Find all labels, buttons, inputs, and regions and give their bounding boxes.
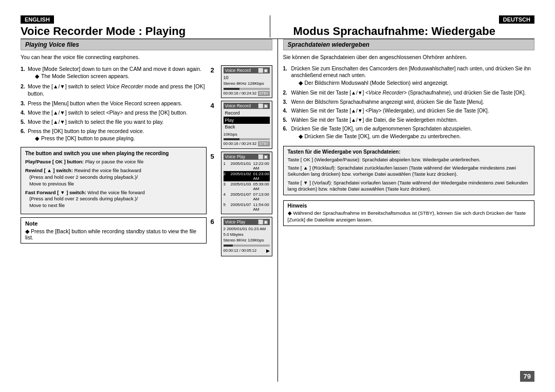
tasten-row-1: Taste [ OK ] (Wiedergabe/Pause): Sprachd…: [288, 157, 530, 163]
de-step-1: 1. Drücken Sie zum Einschalten des Camco…: [283, 65, 535, 87]
hinweis-box: Hinweis ◆ Während der Sprachaufnahme im …: [283, 200, 535, 226]
screen-2: Voice Record ⬜▣ 10 Stereo 8KHz 128Kbps 0…: [221, 65, 272, 98]
tasten-row-2: Taste [ ▲ ] (Rücklauf): Sprachdatei zurü…: [288, 165, 530, 178]
file-row-3: 32005/01/0305:39:00 AM: [224, 181, 270, 192]
de-step-5: 5. Wählen Sie mit der Taste [▲/▼] die Da…: [283, 117, 535, 124]
page-title-left: Voice Recorder Mode : Playing: [21, 25, 262, 38]
step-5: 5. Move the [▲/▼] switch to select the f…: [21, 118, 207, 125]
note-title: Note: [25, 220, 202, 227]
file-row-5: 52005/01/0711:54:00 AM: [224, 202, 270, 212]
screen-6-num: 6: [211, 218, 218, 226]
right-section-desc: Sie können die Sprachdateien über den an…: [283, 53, 535, 61]
step-2: 2. Move the [▲/▼] switch to select Voice…: [21, 83, 207, 97]
de-step-6: 6. Drücken Sie die Taste [OK], um die au…: [283, 125, 535, 141]
step-3: 3. Press the [Menu] button when the Voic…: [21, 100, 207, 107]
left-section-header: Playing Voice files: [21, 39, 272, 50]
file-row-1: 12005/01/0112:22:00 AM: [224, 161, 270, 171]
page-number: 79: [520, 371, 534, 382]
page-title-right: Modus Sprachaufnahme: Wiedergabe: [293, 25, 535, 38]
screen-2-row: 2 Voice Record ⬜▣ 10 Stereo 8KHz 128Kbps: [211, 65, 272, 98]
note-box: Note ◆ Press the [Back] button while rec…: [21, 217, 207, 244]
step-1: 1. Move [Mode Selector] down to turn on …: [21, 65, 207, 81]
deutsch-badge: DEUTSCH: [499, 15, 534, 24]
screen-5-num: 5: [211, 153, 218, 160]
screen-5-row: 5 Voice Play ⬜▣ 12005/01/0112:22:00 AM: [211, 152, 272, 214]
screen-2-num: 2: [211, 66, 218, 74]
left-steps: 1. Move [Mode Selector] down to turn on …: [21, 65, 207, 143]
tasten-box: Tasten für die Wiedergabe von Sprachdate…: [283, 146, 535, 196]
step-6: 6. Press the [OK] button to play the rec…: [21, 127, 207, 143]
file-row-2: 22005/01/0201:23:00 AM: [224, 171, 270, 181]
de-step-4: 4. Wählen Sie mit der Taste [▲/▼] <Play>…: [283, 107, 535, 115]
button-row-ff: Fast Forward [ ▼ ] switch: Wind the voic…: [25, 190, 202, 209]
hinweis-title: Hinweis: [288, 203, 530, 209]
screen-4: Voice Record ⬜▣ Record Play Back 10Kbps: [221, 101, 272, 148]
note-text: ◆ Press the [Back] button while recordin…: [25, 228, 202, 240]
english-badge: ENGLISH: [21, 15, 54, 24]
screen-4-row: 4 Voice Record ⬜▣ Record Play Back 10Kbp…: [211, 101, 272, 148]
de-steps: 1. Drücken Sie zum Einschalten des Camco…: [283, 65, 535, 143]
tasten-row-3: Taste [ ▼ ] (Vorlauf): Sprachdatei vorla…: [288, 180, 530, 193]
button-table: The button and switch you use when playi…: [21, 147, 207, 214]
button-row-rewind: Rewind [ ▲ ] switch: Rewind the voice fi…: [25, 167, 202, 187]
screen-4-num: 4: [211, 102, 218, 109]
screen-6: Voice Play ⬜▣ 2 2005/01/01 01:23 AM 5.0 …: [221, 217, 272, 256]
de-step-2: 2. Wählen Sie mit der Taste [▲/▼] <Voice…: [283, 89, 535, 97]
tasten-title: Tasten für die Wiedergabe von Sprachdate…: [288, 149, 530, 155]
right-section-header: Sprachdateien wiedergeben: [283, 39, 535, 50]
file-row-4: 42005/01/0707:13:00 AM: [224, 192, 270, 202]
button-table-title: The button and switch you use when playi…: [25, 150, 202, 157]
screen-6-row: 6 Voice Play ⬜▣ 2 2005/01/01 01:23 AM 5.…: [211, 217, 272, 256]
de-step-3: 3. Wenn der Bildschirm Sprachaufnahme an…: [283, 99, 535, 106]
hinweis-text: ◆ Während der Sprachaufnahme im Bereitsc…: [288, 210, 530, 223]
left-section-desc: You can hear the voice file connecting e…: [21, 53, 272, 61]
screen-5: Voice Play ⬜▣ 12005/01/0112:22:00 AM 220…: [221, 152, 272, 214]
button-row-play: Play/Pause [ OK ] button: Play or pause …: [25, 159, 202, 165]
step-4: 4. Move the [▲/▼] switch to select <Play…: [21, 109, 207, 116]
